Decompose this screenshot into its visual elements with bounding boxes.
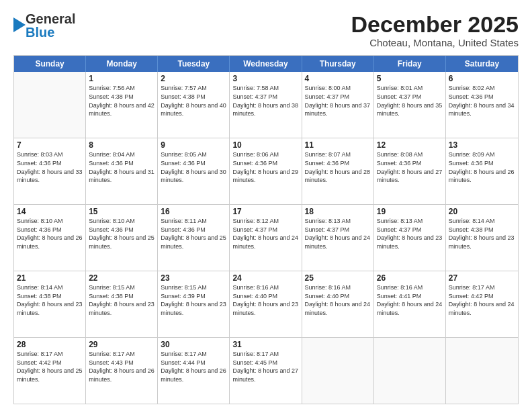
day-info: Sunrise: 8:00 AM Sunset: 4:37 PM Dayligh…: [305, 84, 371, 118]
day-info: Sunrise: 7:58 AM Sunset: 4:37 PM Dayligh…: [232, 84, 298, 118]
day-number: 3: [232, 74, 298, 83]
day-info: Sunrise: 8:17 AM Sunset: 4:42 PM Dayligh…: [17, 350, 83, 383]
day-number: 23: [161, 273, 226, 283]
day-number: 11: [305, 140, 371, 150]
day-info: Sunrise: 8:12 AM Sunset: 4:37 PM Dayligh…: [232, 217, 298, 250]
day-number: 25: [305, 273, 371, 283]
day-number: 5: [377, 74, 443, 83]
calendar-week-row: 14Sunrise: 8:10 AM Sunset: 4:36 PM Dayli…: [14, 204, 518, 271]
day-number: 17: [232, 207, 298, 216]
calendar-day-cell: 21Sunrise: 8:14 AM Sunset: 4:38 PM Dayli…: [14, 271, 86, 337]
calendar-day-cell: 30Sunrise: 8:17 AM Sunset: 4:44 PM Dayli…: [158, 338, 230, 404]
calendar-day-cell: [374, 338, 446, 404]
calendar-day-cell: 27Sunrise: 8:17 AM Sunset: 4:42 PM Dayli…: [446, 271, 518, 337]
logo-blue: Blue: [26, 26, 75, 39]
calendar-day-cell: 24Sunrise: 8:16 AM Sunset: 4:40 PM Dayli…: [230, 271, 302, 337]
title-block: December 2025 Choteau, Montana, United S…: [351, 12, 519, 48]
weekday-header: Wednesday: [230, 56, 302, 72]
day-info: Sunrise: 8:06 AM Sunset: 4:36 PM Dayligh…: [232, 150, 298, 184]
logo-arrow-icon: [13, 17, 26, 32]
day-info: Sunrise: 8:03 AM Sunset: 4:36 PM Dayligh…: [17, 150, 83, 184]
calendar-day-cell: 6Sunrise: 8:02 AM Sunset: 4:36 PM Daylig…: [446, 72, 518, 138]
weekday-header: Friday: [374, 56, 446, 72]
day-number: 29: [89, 340, 154, 349]
calendar-header: SundayMondayTuesdayWednesdayThursdayFrid…: [14, 56, 518, 72]
day-info: Sunrise: 8:08 AM Sunset: 4:36 PM Dayligh…: [377, 150, 443, 184]
day-number: 21: [17, 273, 83, 283]
day-info: Sunrise: 8:14 AM Sunset: 4:38 PM Dayligh…: [449, 217, 515, 250]
day-info: Sunrise: 7:57 AM Sunset: 4:38 PM Dayligh…: [161, 84, 226, 118]
day-info: Sunrise: 8:01 AM Sunset: 4:37 PM Dayligh…: [377, 84, 443, 118]
day-info: Sunrise: 8:09 AM Sunset: 4:36 PM Dayligh…: [449, 150, 515, 184]
day-info: Sunrise: 7:56 AM Sunset: 4:38 PM Dayligh…: [89, 84, 154, 118]
weekday-header: Sunday: [14, 56, 86, 72]
calendar-day-cell: 28Sunrise: 8:17 AM Sunset: 4:42 PM Dayli…: [14, 338, 86, 404]
day-info: Sunrise: 8:14 AM Sunset: 4:38 PM Dayligh…: [17, 283, 83, 317]
calendar-day-cell: 8Sunrise: 8:04 AM Sunset: 4:36 PM Daylig…: [86, 138, 158, 204]
day-info: Sunrise: 8:17 AM Sunset: 4:43 PM Dayligh…: [89, 350, 154, 383]
day-number: 18: [305, 207, 371, 216]
day-info: Sunrise: 8:10 AM Sunset: 4:36 PM Dayligh…: [89, 217, 154, 250]
header: General Blue December 2025 Choteau, Mont…: [13, 12, 519, 48]
calendar-day-cell: 23Sunrise: 8:15 AM Sunset: 4:39 PM Dayli…: [158, 271, 230, 337]
day-number: 7: [17, 140, 83, 150]
calendar-day-cell: 25Sunrise: 8:16 AM Sunset: 4:40 PM Dayli…: [302, 271, 374, 337]
calendar-day-cell: 18Sunrise: 8:13 AM Sunset: 4:37 PM Dayli…: [302, 205, 374, 271]
calendar-day-cell: [14, 72, 86, 138]
calendar-day-cell: 14Sunrise: 8:10 AM Sunset: 4:36 PM Dayli…: [14, 205, 86, 271]
calendar: SundayMondayTuesdayWednesdayThursdayFrid…: [13, 55, 519, 404]
day-number: 10: [232, 140, 298, 150]
day-number: 9: [161, 140, 226, 150]
day-info: Sunrise: 8:07 AM Sunset: 4:36 PM Dayligh…: [305, 150, 371, 184]
calendar-day-cell: 15Sunrise: 8:10 AM Sunset: 4:36 PM Dayli…: [86, 205, 158, 271]
calendar-day-cell: [446, 338, 518, 404]
day-number: 1: [89, 74, 154, 83]
calendar-day-cell: 10Sunrise: 8:06 AM Sunset: 4:36 PM Dayli…: [230, 138, 302, 204]
day-info: Sunrise: 8:10 AM Sunset: 4:36 PM Dayligh…: [17, 217, 83, 250]
day-number: 16: [161, 207, 226, 216]
weekday-header: Tuesday: [158, 56, 230, 72]
day-number: 31: [232, 340, 298, 349]
calendar-day-cell: 4Sunrise: 8:00 AM Sunset: 4:37 PM Daylig…: [302, 72, 374, 138]
page: General Blue December 2025 Choteau, Mont…: [0, 0, 532, 411]
day-number: 14: [17, 207, 83, 216]
page-subtitle: Choteau, Montana, United States: [351, 37, 519, 48]
day-number: 27: [449, 273, 515, 283]
calendar-day-cell: 12Sunrise: 8:08 AM Sunset: 4:36 PM Dayli…: [374, 138, 446, 204]
calendar-day-cell: 5Sunrise: 8:01 AM Sunset: 4:37 PM Daylig…: [374, 72, 446, 138]
day-number: 8: [89, 140, 154, 150]
day-number: 13: [449, 140, 515, 150]
day-info: Sunrise: 8:16 AM Sunset: 4:40 PM Dayligh…: [232, 283, 298, 317]
day-number: 26: [377, 273, 443, 283]
calendar-day-cell: 22Sunrise: 8:15 AM Sunset: 4:38 PM Dayli…: [86, 271, 158, 337]
calendar-week-row: 1Sunrise: 7:56 AM Sunset: 4:38 PM Daylig…: [14, 72, 518, 138]
calendar-day-cell: 1Sunrise: 7:56 AM Sunset: 4:38 PM Daylig…: [86, 72, 158, 138]
day-number: 19: [377, 207, 443, 216]
day-number: 12: [377, 140, 443, 150]
logo: General Blue: [13, 12, 75, 39]
weekday-header: Thursday: [302, 56, 374, 72]
day-info: Sunrise: 8:17 AM Sunset: 4:45 PM Dayligh…: [232, 350, 298, 383]
day-number: 6: [449, 74, 515, 83]
calendar-day-cell: 11Sunrise: 8:07 AM Sunset: 4:36 PM Dayli…: [302, 138, 374, 204]
day-info: Sunrise: 8:04 AM Sunset: 4:36 PM Dayligh…: [89, 150, 154, 184]
day-number: 24: [232, 273, 298, 283]
day-number: 30: [161, 340, 226, 349]
day-info: Sunrise: 8:02 AM Sunset: 4:36 PM Dayligh…: [449, 84, 515, 118]
day-info: Sunrise: 8:13 AM Sunset: 4:37 PM Dayligh…: [305, 217, 371, 250]
calendar-day-cell: 31Sunrise: 8:17 AM Sunset: 4:45 PM Dayli…: [230, 338, 302, 404]
day-number: 22: [89, 273, 154, 283]
day-number: 4: [305, 74, 371, 83]
calendar-day-cell: 17Sunrise: 8:12 AM Sunset: 4:37 PM Dayli…: [230, 205, 302, 271]
calendar-day-cell: 20Sunrise: 8:14 AM Sunset: 4:38 PM Dayli…: [446, 205, 518, 271]
weekday-header: Monday: [86, 56, 158, 72]
day-info: Sunrise: 8:15 AM Sunset: 4:39 PM Dayligh…: [161, 283, 226, 317]
calendar-day-cell: 7Sunrise: 8:03 AM Sunset: 4:36 PM Daylig…: [14, 138, 86, 204]
day-info: Sunrise: 8:05 AM Sunset: 4:36 PM Dayligh…: [161, 150, 226, 184]
calendar-day-cell: 26Sunrise: 8:16 AM Sunset: 4:41 PM Dayli…: [374, 271, 446, 337]
calendar-day-cell: 19Sunrise: 8:13 AM Sunset: 4:37 PM Dayli…: [374, 205, 446, 271]
day-number: 28: [17, 340, 83, 349]
calendar-day-cell: 29Sunrise: 8:17 AM Sunset: 4:43 PM Dayli…: [86, 338, 158, 404]
logo-general: General: [26, 12, 75, 26]
day-number: 2: [161, 74, 226, 83]
